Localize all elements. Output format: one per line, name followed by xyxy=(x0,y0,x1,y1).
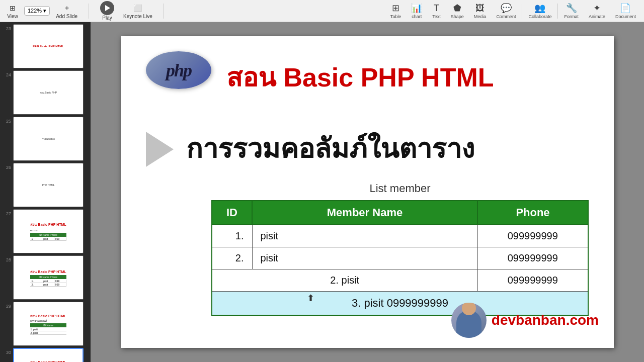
play-group: Play ⬜ Keynote Live xyxy=(97,0,155,22)
td-id-1: 1. xyxy=(212,225,252,247)
canvas-area[interactable]: php สอน Basic PHP HTML การรวมคอลัมภ์ในตา… xyxy=(91,22,644,362)
comment-button[interactable]: 💬 Comment xyxy=(492,2,520,20)
document-button[interactable]: 📄 Document xyxy=(611,2,640,20)
th-id: ID xyxy=(212,201,252,225)
add-slide-button[interactable]: ＋ Add Slide xyxy=(53,2,80,20)
slide-preview-29[interactable]: สอน Basic PHP HTML การรวมคอลัมภ์ ID Name… xyxy=(13,302,84,346)
main-area: 23 สอน Basic PHP HTML 24 สอน Basic PHP 2… xyxy=(0,22,644,362)
keynote-live-button[interactable]: ⬜ Keynote Live xyxy=(120,2,155,20)
media-button[interactable]: 🖼 Media xyxy=(470,2,491,20)
thai-heading: การรวมคอลัมภ์ในตาราง xyxy=(186,127,474,170)
avatar-section: devbanban.com xyxy=(451,303,599,338)
toolbar-icons: ⊞ Table 📊 chart T Text ⬟ Shape 🖼 Media 💬… xyxy=(386,2,640,20)
devbanban-label: devbanban.com xyxy=(492,312,599,328)
text-icon: T xyxy=(434,3,439,14)
th-phone: Phone xyxy=(477,201,588,225)
slide-preview-28[interactable]: สอน Basic PHP HTML ID Name Phone 1.pisit… xyxy=(13,255,84,300)
td-phone-1: 099999999 xyxy=(477,225,588,247)
slide-preview-26[interactable]: PHP HTML xyxy=(13,163,84,207)
slide-thumb-30[interactable]: 30 สอน Basic PHP HTML การรวมคอลัมภ์ในตาร… xyxy=(3,348,88,362)
php-logo-ellipse: php xyxy=(146,51,211,89)
slide-thumb-23[interactable]: 23 สอน Basic PHP HTML xyxy=(3,24,88,68)
shape-icon: ⬟ xyxy=(453,3,461,14)
slide-preview-27[interactable]: สอน Basic PHP HTML ตาราง ID Name Phone 1… xyxy=(13,209,84,253)
play-icon-large xyxy=(146,132,181,167)
animate-button[interactable]: ✦ Animate xyxy=(585,2,609,20)
collaborate-button[interactable]: 👥 Collaborate xyxy=(524,2,555,20)
table-section: List member ID Member Name Phone 1. xyxy=(211,182,589,316)
table-body: 1. pisit 099999999 2. pisit 099999999 xyxy=(212,225,588,315)
td-name-2: pisit xyxy=(252,247,477,269)
slide-preview-30[interactable]: สอน Basic PHP HTML การรวมคอลัมภ์ในตาราง … xyxy=(13,348,84,362)
view-button[interactable]: ⊞ View xyxy=(4,2,21,20)
sidebar: 23 สอน Basic PHP HTML 24 สอน Basic PHP 2… xyxy=(0,22,91,362)
php-logo: php xyxy=(146,51,211,89)
chart-icon: 📊 xyxy=(411,3,422,14)
document-icon: 📄 xyxy=(620,3,631,14)
td-name-1: pisit xyxy=(252,225,477,247)
format-button[interactable]: 🔧 Format xyxy=(560,2,583,20)
member-table: ID Member Name Phone 1. pisit 099999999 xyxy=(211,200,589,316)
td-id-2: 2. xyxy=(212,247,252,269)
play-btn-circle[interactable] xyxy=(100,1,114,15)
format-icon: 🔧 xyxy=(566,3,577,14)
table-caption: List member xyxy=(211,182,589,195)
slide-preview-23[interactable]: สอน Basic PHP HTML xyxy=(13,24,84,68)
play-triangle-large-icon xyxy=(146,132,174,167)
play-button[interactable]: Play xyxy=(97,0,117,22)
php-logo-text: php xyxy=(166,60,191,81)
separator-4 xyxy=(557,4,558,19)
th-name: Member Name xyxy=(252,201,477,225)
separator-1 xyxy=(89,4,89,19)
zoom-selector[interactable]: 122% ▾ xyxy=(24,6,50,16)
play-triangle-icon xyxy=(105,5,110,11)
chart-button[interactable]: 📊 chart xyxy=(407,2,426,20)
avatar xyxy=(451,303,487,338)
slide-thumb-26[interactable]: 26 PHP HTML xyxy=(3,163,88,207)
slide-thumb-28[interactable]: 28 สอน Basic PHP HTML ID Name Phone 1.pi… xyxy=(3,255,88,300)
slide-thumb-24[interactable]: 24 สอน Basic PHP xyxy=(3,70,88,115)
table-button[interactable]: ⊞ Table xyxy=(386,2,406,20)
animate-icon: ✦ xyxy=(593,3,601,14)
table-row: 1. pisit 099999999 xyxy=(212,225,588,247)
view-group: ⊞ View 122% ▾ ＋ Add Slide xyxy=(4,2,80,20)
slide-title: สอน Basic PHP HTML xyxy=(226,56,589,98)
separator-3 xyxy=(522,4,522,19)
td-phone-3: 099999999 xyxy=(477,269,588,292)
table-icon: ⊞ xyxy=(392,3,399,14)
slide-thumb-27[interactable]: 27 สอน Basic PHP HTML ตาราง ID Name Phon… xyxy=(3,209,88,253)
avatar-person xyxy=(456,310,481,338)
table-row: 2. pisit 099999999 xyxy=(212,269,588,292)
slide-thumb-25[interactable]: 25 การแสดงผล xyxy=(3,117,88,161)
keynote-live-icon: ⬜ xyxy=(132,3,143,14)
td-phone-2: 099999999 xyxy=(477,247,588,269)
text-button[interactable]: T Text xyxy=(428,2,445,20)
top-bar: ⊞ View 122% ▾ ＋ Add Slide Play ⬜ Keynote… xyxy=(0,0,644,22)
table-header: ID Member Name Phone xyxy=(212,201,588,225)
table-row: 2. pisit 099999999 xyxy=(212,247,588,269)
shape-button[interactable]: ⬟ Shape xyxy=(447,2,468,20)
separator-2 xyxy=(164,4,164,19)
view-icon: ⊞ xyxy=(7,3,18,14)
comment-icon: 💬 xyxy=(501,3,512,14)
media-icon: 🖼 xyxy=(475,3,485,14)
slide-preview-24[interactable]: สอน Basic PHP xyxy=(13,70,84,115)
add-slide-icon: ＋ xyxy=(61,3,72,14)
slide-thumb-29[interactable]: 29 สอน Basic PHP HTML การรวมคอลัมภ์ ID N… xyxy=(3,302,88,346)
slide-preview-25[interactable]: การแสดงผล xyxy=(13,117,84,161)
slide-canvas[interactable]: php สอน Basic PHP HTML การรวมคอลัมภ์ในตา… xyxy=(121,36,614,348)
collaborate-icon: 👥 xyxy=(534,3,545,14)
table-header-row: ID Member Name Phone xyxy=(212,201,588,225)
td-merged-name-3: 2. pisit xyxy=(212,269,477,292)
